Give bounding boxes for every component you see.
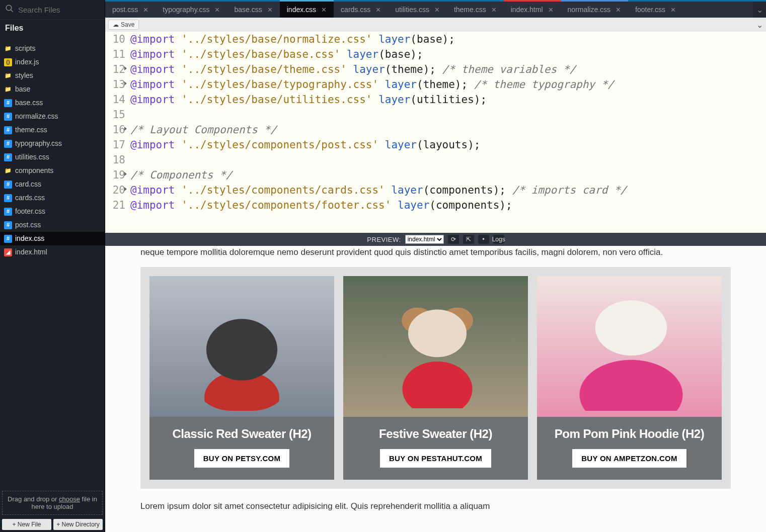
preview-label: PREVIEW: [367, 236, 401, 243]
tree-item-label: components [15, 165, 53, 176]
logs-button[interactable]: Logs [493, 235, 504, 244]
tree-item[interactable]: 📁scripts [0, 42, 105, 55]
tree-item-label: index.js [15, 57, 39, 67]
tree-item[interactable]: #footer.css [0, 205, 105, 218]
close-icon[interactable]: ✕ [214, 6, 220, 14]
refresh-icon[interactable]: ⟳ [448, 235, 459, 244]
close-icon[interactable]: ✕ [434, 6, 440, 14]
close-icon[interactable]: ✕ [375, 6, 381, 14]
css-icon: # [4, 194, 12, 202]
close-icon[interactable]: ✕ [616, 6, 621, 14]
tree-item[interactable]: ()index.js [0, 55, 105, 69]
tree-item-label: utilities.css [15, 152, 49, 162]
preview-file-select[interactable]: index.html [405, 235, 444, 244]
tree-item-label: footer.css [15, 206, 45, 217]
new-file-button[interactable]: + New File [2, 519, 51, 530]
tree-item[interactable]: 📁styles [0, 69, 105, 82]
tab-label: theme.css [454, 6, 486, 14]
css-icon: # [4, 208, 12, 216]
tree-item[interactable]: #utilities.css [0, 150, 105, 164]
tab-label: base.css [234, 6, 262, 14]
css-icon: # [4, 113, 12, 121]
tab-label: post.css [112, 6, 138, 14]
files-header: Files [0, 20, 105, 37]
popout-icon[interactable]: ⇱ [463, 235, 474, 244]
tree-item[interactable]: #index.css [0, 232, 105, 245]
tab-label: footer.css [635, 6, 665, 14]
tree-item-label: theme.css [15, 125, 47, 135]
chevron-down-icon[interactable]: ⌄ [753, 2, 766, 18]
product-card: Festive Sweater (H2) BUY ON PESTAHUT.COM [343, 276, 528, 480]
editor-toolbar: ☁ Save ⌄ [105, 18, 766, 32]
css-icon: # [4, 235, 12, 243]
search-input[interactable] [18, 6, 114, 14]
card-image [537, 276, 722, 417]
main: post.css✕typography.css✕base.css✕index.c… [105, 0, 766, 532]
editor-tab[interactable]: utilities.css✕ [388, 2, 447, 18]
search-icon [5, 4, 14, 15]
tree-item[interactable]: 📁base [0, 82, 105, 96]
tree-item-label: normalize.css [15, 111, 58, 122]
close-icon[interactable]: ✕ [321, 6, 327, 14]
tree-item-label: scripts [15, 43, 35, 54]
tree-item[interactable]: #cards.css [0, 191, 105, 205]
save-button[interactable]: ☁ Save [108, 20, 139, 30]
folder-icon: 📁 [4, 72, 12, 80]
editor-tab[interactable]: index.html✕ [504, 2, 561, 18]
tree-item[interactable]: 📁components [0, 164, 105, 178]
code-editor[interactable]: 101112131415161718192021 @import '../sty… [105, 32, 766, 233]
tree-item[interactable]: #typography.css [0, 137, 105, 150]
choose-link[interactable]: choose [59, 495, 80, 503]
tree-item[interactable]: #base.css [0, 96, 105, 110]
editor-tab[interactable]: normalize.css✕ [561, 2, 629, 18]
close-icon[interactable]: ✕ [670, 6, 676, 14]
product-card: Pom Pom Pink Hoodie (H2) BUY ON AMPETZON… [537, 276, 722, 480]
drop-area[interactable]: Drag and drop or choose file in here to … [2, 491, 103, 515]
buy-button[interactable]: BUY ON AMPETZON.COM [572, 449, 686, 468]
css-icon: # [4, 181, 12, 189]
tree-item-label: typography.css [15, 138, 62, 149]
tree-item[interactable]: #card.css [0, 178, 105, 191]
buy-button[interactable]: BUY ON PESTAHUT.COM [380, 449, 491, 468]
editor-tab[interactable]: cards.css✕ [334, 2, 388, 18]
svg-line-1 [11, 10, 13, 12]
tree-item-label: base [15, 84, 30, 95]
close-icon[interactable]: ✕ [267, 6, 273, 14]
card-image [343, 276, 528, 417]
new-directory-button[interactable]: + New Directory [53, 519, 103, 530]
preview-bar: PREVIEW: index.html ⟳ ⇱ • Logs [105, 233, 766, 246]
folder-icon: 📁 [4, 167, 12, 175]
tree-item[interactable]: #post.css [0, 218, 105, 232]
js-icon: () [4, 58, 12, 66]
svg-point-0 [6, 5, 12, 11]
editor-tab[interactable]: theme.css✕ [447, 2, 504, 18]
close-icon[interactable]: ✕ [143, 6, 148, 14]
buy-button[interactable]: BUY ON PETSY.COM [194, 449, 290, 468]
editor-tab[interactable]: base.css✕ [227, 2, 279, 18]
cards-container: Classic Red Sweater (H2) BUY ON PETSY.CO… [140, 267, 731, 489]
tree-item-label: index.css [15, 233, 44, 244]
chevron-down-icon[interactable]: ⌄ [756, 20, 763, 30]
tab-label: cards.css [341, 6, 370, 14]
tree-item-label: styles [15, 70, 33, 81]
tree-item-label: post.css [15, 220, 41, 230]
editor-tab[interactable]: footer.css✕ [628, 2, 683, 18]
tab-label: index.html [511, 6, 543, 14]
tree-item-label: base.css [15, 98, 43, 108]
css-icon: # [4, 221, 12, 229]
folder-icon: 📁 [4, 45, 12, 53]
tree-item[interactable]: ◢index.html [0, 245, 105, 259]
tree-item[interactable]: #normalize.css [0, 110, 105, 123]
tree-item[interactable]: #theme.css [0, 123, 105, 137]
close-icon[interactable]: ✕ [491, 6, 497, 14]
close-icon[interactable]: ✕ [548, 6, 554, 14]
dot-icon[interactable]: • [478, 235, 489, 244]
preview-pane[interactable]: neque tempore mollitia doloremque nemo d… [105, 246, 766, 532]
editor-tab[interactable]: index.css✕ [280, 2, 334, 18]
card-title: Pom Pom Pink Hoodie (H2) [555, 427, 704, 441]
editor-tab[interactable]: post.css✕ [105, 2, 156, 18]
css-icon: # [4, 140, 12, 148]
folder-icon: 📁 [4, 85, 12, 94]
code-area[interactable]: @import '../styles/base/normalize.css' l… [130, 32, 627, 233]
editor-tab[interactable]: typography.css✕ [156, 2, 227, 18]
